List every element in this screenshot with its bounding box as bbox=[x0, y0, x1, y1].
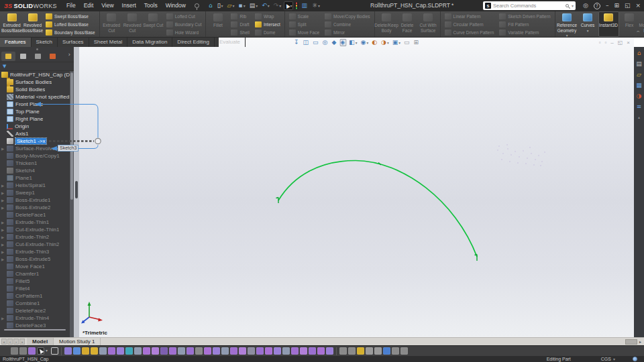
ribbon-button[interactable]: Move Face bbox=[288, 28, 321, 36]
graphics-area[interactable]: ↧◫▭◎◆◈◧▾◉▾◐◑▾▣▾▭⊞ ▫▫–◱× *Trimetric bbox=[79, 38, 634, 337]
macro-tool-icon[interactable] bbox=[82, 347, 89, 355]
tree-item[interactable]: ▶ Extrude-Thin3 bbox=[0, 248, 70, 255]
menu-item[interactable]: View bbox=[97, 0, 117, 11]
section-view-icon[interactable]: ◎ bbox=[322, 39, 329, 46]
minimize-window-icon[interactable]: – bbox=[606, 0, 609, 11]
macro-tool-icon[interactable] bbox=[143, 347, 150, 355]
feature-manager-tab[interactable] bbox=[1, 52, 15, 61]
macro-tool-icon[interactable] bbox=[221, 347, 229, 355]
macro-tool-icon[interactable] bbox=[265, 347, 272, 355]
ribbon-button[interactable]: Boundary Cut bbox=[165, 20, 203, 28]
configuration-manager-tab[interactable] bbox=[31, 52, 45, 61]
tree-item[interactable]: DeleteFace1 bbox=[0, 211, 70, 219]
pin-menu-icon[interactable] bbox=[195, 3, 199, 8]
tree-item[interactable]: DeleteFace2 bbox=[0, 307, 70, 314]
minimize-document-icon[interactable]: – bbox=[610, 40, 613, 46]
print-icon[interactable]: ▤▾ bbox=[248, 1, 260, 10]
ribbon-button[interactable]: Hole Wizard bbox=[165, 28, 203, 36]
ribbon-button[interactable]: Sketch Driven Pattern bbox=[498, 12, 551, 20]
command-tab[interactable]: Data Migration bbox=[127, 38, 172, 47]
ribbon-button[interactable]: Fillet bbox=[207, 11, 228, 37]
open-documents-icon[interactable]: ▫ bbox=[604, 40, 606, 46]
ribbon-button[interactable]: Shell bbox=[229, 28, 250, 36]
dropdown-caret-icon[interactable]: ▾ bbox=[318, 3, 320, 8]
tree-item[interactable]: Material <not specified> bbox=[0, 93, 70, 101]
search-magnifier-icon[interactable] bbox=[566, 4, 569, 7]
menu-item[interactable]: Insert bbox=[118, 0, 140, 11]
ribbon-button[interactable]: Revolved Cut bbox=[122, 11, 143, 37]
macro-tool-icon[interactable] bbox=[178, 347, 185, 355]
macro-tool-icon[interactable] bbox=[99, 347, 107, 355]
ribbon-button[interactable]: Combine bbox=[323, 20, 372, 28]
ribbon-button[interactable]: Circular Pattern bbox=[443, 20, 496, 28]
search-box[interactable]: S ▾ bbox=[483, 1, 576, 10]
command-tab[interactable]: Sketch bbox=[32, 38, 58, 47]
save-icon[interactable]: ▪▾ bbox=[237, 1, 247, 10]
previous-view-icon[interactable]: ▭ bbox=[312, 39, 320, 46]
ribbon-button[interactable]: Rib bbox=[229, 12, 250, 20]
macro-tool-icon[interactable] bbox=[282, 347, 290, 355]
macro-tool-icon[interactable] bbox=[186, 347, 194, 355]
close-window-icon[interactable]: × bbox=[635, 0, 641, 11]
macro-tool-icon[interactable] bbox=[392, 347, 399, 355]
tab-scroll-button[interactable]: « bbox=[1, 339, 7, 345]
macro-tool-icon[interactable] bbox=[274, 347, 281, 355]
ribbon-button[interactable]: Draft bbox=[229, 20, 250, 28]
tree-item[interactable]: Combine1 bbox=[0, 300, 70, 307]
search-input[interactable] bbox=[493, 3, 564, 9]
property-manager-tab[interactable] bbox=[16, 52, 30, 61]
macro-tool-icon[interactable] bbox=[134, 347, 142, 355]
dropdown-caret-icon[interactable]: ▾ bbox=[233, 3, 235, 8]
ribbon-button[interactable]: Fill Pattern bbox=[498, 20, 551, 28]
ribbon-button[interactable]: Curve Driven Pattern bbox=[443, 28, 496, 36]
macro-tool-icon[interactable] bbox=[291, 347, 299, 355]
macro-tool-icon[interactable] bbox=[317, 347, 325, 355]
document-tab[interactable]: Motion Study 1 bbox=[54, 338, 101, 345]
tree-item[interactable]: DeleteFace3 bbox=[0, 322, 70, 329]
filter-funnel-icon[interactable]: ▼ bbox=[3, 64, 6, 69]
file-explorer-icon[interactable]: ▱ bbox=[637, 71, 641, 78]
ribbon-button[interactable]: Swept Cut bbox=[143, 11, 164, 37]
ribbon-button[interactable]: Instant3D bbox=[598, 11, 619, 37]
macro-tool-icon[interactable] bbox=[374, 347, 382, 355]
ribbon-button[interactable]: Delete/Keep Body bbox=[376, 11, 397, 37]
scrollbar-thumb[interactable] bbox=[625, 339, 637, 345]
macro-tool-icon[interactable] bbox=[204, 347, 211, 355]
macro-tool-icon[interactable] bbox=[366, 347, 373, 355]
expand-arrow-icon[interactable]: ▶ bbox=[1, 206, 7, 210]
tree-item[interactable]: Sketch1 ->x bbox=[0, 137, 70, 145]
tree-item[interactable]: Fillet4 bbox=[0, 285, 70, 292]
tree-item[interactable]: CirPattern1 bbox=[0, 292, 70, 300]
dropdown-caret-icon[interactable]: ▾ bbox=[387, 41, 389, 45]
ribbon-button[interactable]: Mirror bbox=[323, 28, 372, 36]
macro-tool-icon[interactable] bbox=[230, 347, 237, 355]
units-caret-icon[interactable]: ▾ bbox=[613, 357, 615, 361]
macro-tool-icon[interactable] bbox=[64, 347, 72, 355]
ribbon-button[interactable]: Delete Face bbox=[397, 11, 418, 37]
tree-item[interactable]: Plane1 bbox=[0, 174, 70, 182]
macro-tool-icon[interactable] bbox=[152, 347, 159, 355]
macro-tool-icon[interactable] bbox=[300, 347, 307, 355]
macro-tool-icon[interactable] bbox=[239, 347, 246, 355]
units-selector[interactable]: CGS▾ bbox=[601, 357, 615, 361]
document-tab[interactable]: Model bbox=[27, 338, 54, 345]
tab-scroll-button[interactable]: ‹ bbox=[7, 339, 13, 345]
annotation-views-icon[interactable]: ◆ bbox=[331, 39, 337, 46]
rebuild-traffic-light-icon[interactable] bbox=[294, 2, 299, 9]
expand-panel-icon[interactable]: › bbox=[68, 52, 73, 58]
status-globe-icon[interactable] bbox=[633, 357, 637, 361]
tree-item[interactable]: ▶ Sweep1 bbox=[0, 189, 70, 196]
macro-tool-icon[interactable] bbox=[309, 347, 316, 355]
macro-tool-icon[interactable] bbox=[213, 347, 220, 355]
home-icon[interactable]: ⌂ bbox=[637, 50, 641, 56]
dropdown-caret-icon[interactable]: ▾ bbox=[398, 41, 400, 45]
tab-scroll-button[interactable]: » bbox=[19, 339, 25, 345]
expand-arrow-icon[interactable]: ▶ bbox=[1, 250, 7, 254]
menu-item[interactable]: Window bbox=[162, 0, 190, 11]
close-document-icon[interactable]: × bbox=[627, 40, 630, 46]
tree-item[interactable]: RollthruPT_HSN_Cap (Default) <<D bbox=[0, 71, 70, 78]
macro-tool-icon[interactable] bbox=[326, 347, 333, 355]
edit-appearance-icon[interactable]: ◐ bbox=[371, 39, 378, 46]
macro-tool-icon[interactable] bbox=[169, 347, 176, 355]
ribbon-button[interactable]: Lofted Boss/Base bbox=[44, 20, 97, 28]
